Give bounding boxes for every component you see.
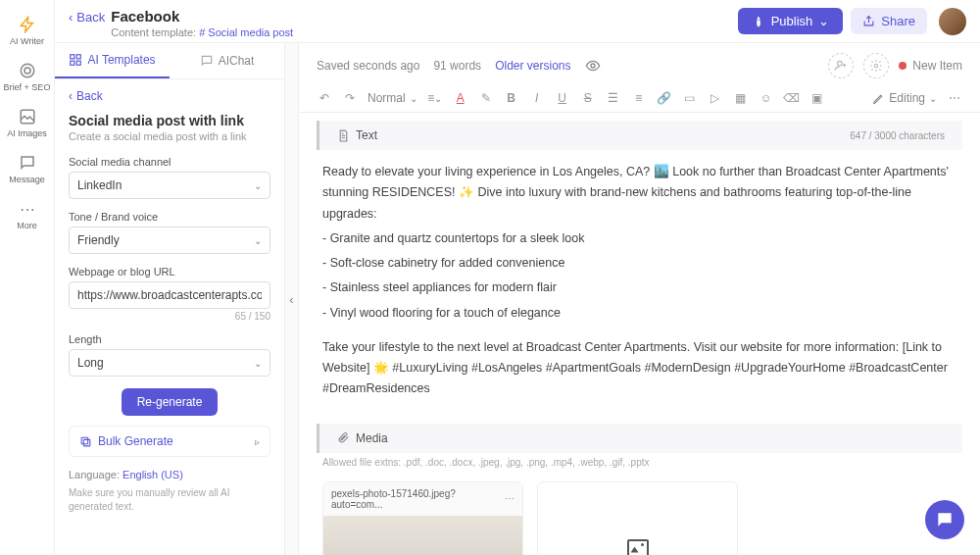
clear-format-button[interactable]: ⌫ [784, 90, 800, 106]
undo-button[interactable]: ↶ [317, 90, 332, 106]
length-label: Length [69, 333, 270, 345]
language-link[interactable]: English (US) [122, 469, 183, 480]
tone-label: Tone / Brand voice [69, 211, 270, 223]
publish-button[interactable]: Publish ⌄ [738, 8, 844, 34]
nav-label: More [17, 221, 37, 230]
nav-label: AI Writer [10, 36, 44, 46]
tab-ai-chat[interactable]: AIChat [170, 43, 284, 78]
nav-brief-seo[interactable]: Brief + SEO [0, 54, 54, 100]
nav-message[interactable]: Message [0, 146, 54, 192]
templates-icon [69, 53, 82, 67]
share-label: Share [881, 14, 915, 28]
chevron-down-icon: ⌄ [254, 180, 262, 191]
video-button[interactable]: ▷ [708, 90, 723, 106]
pencil-icon [872, 92, 885, 105]
avatar[interactable] [939, 8, 966, 35]
channel-select[interactable]: LinkedIn ⌄ [69, 172, 270, 199]
svg-rect-3 [71, 55, 74, 59]
bullet-list-button[interactable]: ☰ [606, 90, 621, 106]
older-versions-link[interactable]: Older versions [495, 59, 570, 73]
eye-icon[interactable] [585, 58, 601, 74]
chevron-left-icon: ‹ [69, 89, 73, 103]
url-label: Webpage or blog URL [69, 266, 270, 278]
mode-select[interactable]: Editing ⌄ [872, 91, 937, 105]
chevron-down-icon: ⌄ [254, 235, 262, 246]
section-label: Text [356, 128, 377, 142]
tab-label: AIChat [219, 54, 255, 68]
redo-button[interactable]: ↷ [342, 90, 358, 106]
document-icon [337, 129, 350, 142]
text-content[interactable]: Ready to elevate your living experience … [299, 150, 980, 416]
regenerate-button[interactable]: Re-generate [122, 388, 219, 416]
highlight-button[interactable]: ✎ [478, 90, 494, 106]
lang-prefix: Language: [69, 469, 120, 480]
left-rail: AI Writer Brief + SEO AI Images Message … [0, 0, 55, 555]
template-link[interactable]: # Social media post [199, 26, 293, 38]
link-button[interactable]: 🔗 [657, 90, 672, 106]
bold-button[interactable]: B [504, 90, 519, 106]
text-color-button[interactable]: A [453, 90, 468, 106]
bullet: - Stainless steel appliances for modern … [322, 278, 956, 298]
panel-back[interactable]: ‹ Back [69, 89, 270, 103]
add-user-button[interactable] [828, 53, 854, 78]
media-thumbnail[interactable]: pexels-photo-1571460.jpeg?auto=com... ⋯ [322, 481, 523, 556]
svg-point-9 [591, 64, 595, 68]
paragraph-style-select[interactable]: Normal ⌄ [368, 91, 417, 105]
italic-button[interactable]: I [529, 90, 545, 106]
panel-title: Social media post with link [69, 113, 270, 128]
char-counter: 647 / 3000 characters [850, 130, 945, 141]
numbered-list-button[interactable]: ≡ [631, 90, 647, 106]
rocket-icon [752, 15, 765, 28]
chevron-down-icon: ⌄ [818, 14, 829, 28]
chat-fab[interactable] [925, 500, 964, 539]
more-format-button[interactable]: ▣ [809, 90, 825, 106]
align-button[interactable]: ≡⌄ [427, 90, 443, 106]
nav-label: AI Images [7, 128, 47, 138]
settings-button[interactable] [863, 53, 889, 78]
copy-icon [79, 435, 92, 448]
table-button[interactable]: ▦ [733, 90, 749, 106]
chevron-left-icon: ‹ [69, 10, 73, 25]
length-select[interactable]: Long ⌄ [69, 349, 270, 377]
underline-button[interactable]: U [555, 90, 570, 106]
chevron-down-icon: ⌄ [254, 358, 262, 369]
bulk-label: Bulk Generate [98, 434, 173, 448]
back-label: Back [76, 10, 105, 25]
thumb-menu-button[interactable]: ⋯ [505, 493, 514, 504]
language-row: Language: English (US) [69, 469, 270, 480]
back-button[interactable]: ‹ Back [69, 10, 105, 25]
image-button[interactable]: ▭ [682, 90, 698, 106]
media-section-header: Media [317, 424, 962, 453]
disclaimer: Make sure you manually review all AI gen… [69, 486, 270, 514]
url-input[interactable] [69, 281, 270, 309]
svg-point-0 [21, 64, 34, 77]
saved-status: Saved seconds ago [317, 59, 419, 73]
status-dot [899, 62, 906, 70]
editor: Saved seconds ago 91 words Older version… [299, 43, 980, 555]
word-count: 91 words [433, 59, 481, 73]
bullet: - Soft-close cabinetry for added conveni… [322, 253, 956, 274]
nav-ai-writer[interactable]: AI Writer [0, 8, 54, 54]
nav-label: Brief + SEO [4, 82, 51, 92]
publish-label: Publish [771, 14, 813, 28]
new-item-status[interactable]: New Item [899, 59, 962, 73]
share-icon [862, 15, 875, 27]
tab-ai-templates[interactable]: AI Templates [55, 43, 170, 78]
toolbar-more-button[interactable]: ⋯ [947, 90, 962, 106]
bullet: - Vinyl wood flooring for a touch of ele… [322, 303, 956, 324]
nav-label: Message [9, 175, 45, 184]
svg-point-10 [838, 61, 843, 66]
bulk-generate-button[interactable]: Bulk Generate ▹ [69, 426, 270, 457]
svg-rect-4 [77, 55, 81, 59]
share-button[interactable]: Share [851, 8, 927, 34]
strike-button[interactable]: S [580, 90, 596, 106]
nav-more[interactable]: ⋯ More [0, 192, 54, 238]
collapse-panel-button[interactable]: ‹ [285, 43, 299, 555]
nav-ai-images[interactable]: AI Images [0, 100, 54, 146]
emoji-button[interactable]: ☺ [759, 90, 774, 106]
add-media-button[interactable]: Add image/video [537, 481, 738, 556]
tone-select[interactable]: Friendly ⌄ [69, 227, 270, 254]
chat-icon [200, 54, 214, 68]
paragraph: Ready to elevate your living experience … [322, 162, 956, 225]
paragraph: Take your lifestyle to the next level at… [322, 337, 956, 400]
